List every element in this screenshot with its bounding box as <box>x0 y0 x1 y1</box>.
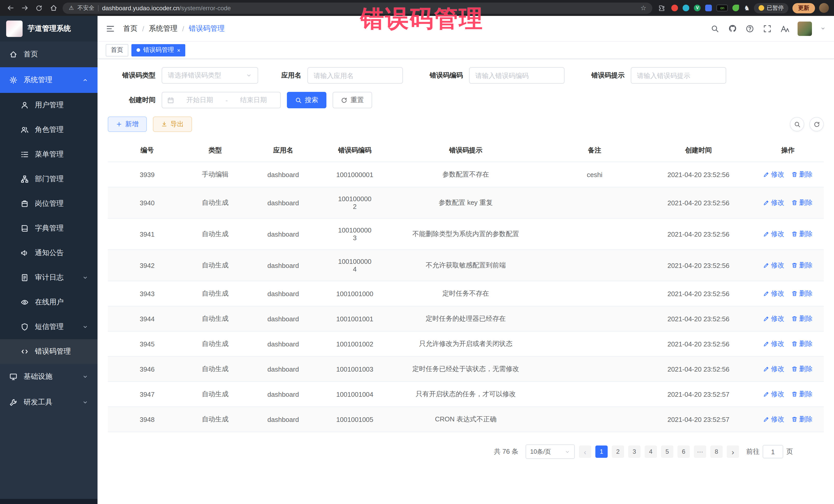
toggle-search-button[interactable] <box>790 117 804 131</box>
sidebar-item-online-users[interactable]: 在线用户 <box>0 290 97 314</box>
pager-page[interactable]: 3 <box>628 445 640 458</box>
date-range-picker[interactable]: 开始日期 - 结束日期 <box>162 92 281 108</box>
app-name-input[interactable] <box>307 67 403 84</box>
reset-button[interactable]: 重置 <box>333 92 372 108</box>
extension-leaf-icon[interactable] <box>733 5 739 11</box>
pager-page[interactable]: 8 <box>710 445 723 458</box>
bookmark-star-icon[interactable]: ☆ <box>640 4 646 12</box>
cell-hint: 只允许修改为开启或者关闭状态 <box>387 331 545 356</box>
pager-page[interactable]: 1 <box>595 445 608 458</box>
search-icon[interactable] <box>710 24 720 33</box>
edit-row-button[interactable]: 修改 <box>763 289 784 298</box>
browser-update-button[interactable]: 更新 <box>792 3 815 13</box>
sidebar-item-infrastructure[interactable]: 基础设施 <box>0 364 97 390</box>
error-type-select[interactable]: 请选择错误码类型 <box>162 67 258 84</box>
font-size-icon[interactable] <box>780 24 789 33</box>
close-icon[interactable]: × <box>177 47 180 53</box>
edit-row-button[interactable]: 修改 <box>763 229 784 239</box>
goto-page-input[interactable] <box>763 445 783 458</box>
hamburger-icon[interactable] <box>106 24 115 33</box>
tab-home[interactable]: 首页 <box>106 44 128 56</box>
edit-row-button[interactable]: 修改 <box>763 314 784 323</box>
browser-forward-icon[interactable] <box>20 3 30 13</box>
pager-page[interactable]: 2 <box>612 445 624 458</box>
page-size-select[interactable]: 10条/页 <box>526 444 575 459</box>
paused-badge[interactable]: 已暂停 <box>754 3 788 13</box>
sidebar-item-audit-log[interactable]: 审计日志 <box>0 265 97 290</box>
sidebar-item-home[interactable]: 首页 <box>0 42 97 67</box>
help-icon[interactable] <box>745 24 754 33</box>
pager-ellipsis[interactable]: ··· <box>694 445 706 458</box>
sidebar-item-system-management[interactable]: 系统管理 <box>0 67 97 93</box>
edit-row-button[interactable]: 修改 <box>763 415 784 424</box>
delete-row-button[interactable]: 删除 <box>791 365 812 374</box>
sidebar-item-label: 错误码管理 <box>35 347 71 356</box>
error-code-input[interactable] <box>469 67 565 84</box>
edit-label: 修改 <box>771 289 784 298</box>
sidebar-item-notice[interactable]: 通知公告 <box>0 241 97 265</box>
fullscreen-icon[interactable] <box>763 24 772 33</box>
pager-prev-button[interactable]: ‹ <box>579 445 591 458</box>
extension-red-icon[interactable] <box>672 5 678 11</box>
sidebar-item-error-code-management[interactable]: 错误码管理 <box>0 339 97 364</box>
pager-next-button[interactable]: › <box>727 445 739 458</box>
cell-code: 1001001003 <box>323 356 387 381</box>
extension-knight-icon[interactable]: ♞ <box>744 5 750 11</box>
pager-page[interactable]: 6 <box>678 445 690 458</box>
sidebar-item-menu-management[interactable]: 菜单管理 <box>0 142 97 167</box>
edit-row-button[interactable]: 修改 <box>763 390 784 399</box>
browser-back-icon[interactable] <box>5 3 15 13</box>
breadcrumb-system[interactable]: 系统管理 <box>149 24 178 33</box>
pager-page[interactable]: 4 <box>644 445 657 458</box>
add-button[interactable]: 新增 <box>108 116 147 132</box>
delete-row-button[interactable]: 删除 <box>791 261 812 270</box>
sidebar-item-dev-tools[interactable]: 研发工具 <box>0 390 97 415</box>
filter-row-1: 错误码类型 请选择错误码类型 应用名 错误码编码 <box>108 67 824 84</box>
edit-row-button[interactable]: 修改 <box>763 365 784 374</box>
edit-row-button[interactable]: 修改 <box>763 261 784 270</box>
sidebar-item-label: 用户管理 <box>35 101 64 110</box>
extension-green-icon[interactable]: V <box>694 5 701 11</box>
delete-row-button[interactable]: 删除 <box>791 170 812 179</box>
extensions-puzzle-icon[interactable] <box>657 3 667 13</box>
delete-row-button[interactable]: 删除 <box>791 229 812 239</box>
edit-row-button[interactable]: 修改 <box>763 198 784 207</box>
browser-home-icon[interactable] <box>48 3 59 13</box>
sidebar-item-dept-management[interactable]: 部门管理 <box>0 167 97 192</box>
search-button[interactable]: 搜索 <box>287 92 326 108</box>
cell-created: 2021-04-20 23:52:56 <box>644 187 752 218</box>
cell-code: 1001001000 <box>323 281 387 306</box>
github-icon[interactable] <box>728 24 737 33</box>
delete-row-button[interactable]: 删除 <box>791 339 812 349</box>
sidebar-item-role-management[interactable]: 角色管理 <box>0 117 97 142</box>
edit-row-button[interactable]: 修改 <box>763 339 784 349</box>
delete-row-button[interactable]: 删除 <box>791 415 812 424</box>
browser-profile-avatar[interactable] <box>819 3 829 13</box>
column-created: 创建时间 <box>644 139 752 162</box>
edit-row-button[interactable]: 修改 <box>763 170 784 179</box>
extension-teal-icon[interactable] <box>683 5 689 11</box>
pager-page[interactable]: 5 <box>661 445 673 458</box>
export-button[interactable]: 导出 <box>153 116 192 132</box>
extension-grid-icon[interactable] <box>705 5 712 11</box>
extension-on-icon[interactable]: on <box>717 5 728 11</box>
sidebar-item-sms-management[interactable]: 短信管理 <box>0 314 97 339</box>
sidebar-logo[interactable]: 芋道管理系统 <box>0 16 97 42</box>
tab-error-code[interactable]: 错误码管理 × <box>131 44 185 56</box>
sidebar-item-user-management[interactable]: 用户管理 <box>0 93 97 117</box>
browser-refresh-icon[interactable] <box>34 3 44 13</box>
sidebar-item-dict-management[interactable]: 字典管理 <box>0 216 97 241</box>
book-icon <box>21 224 29 233</box>
cell-remark <box>545 218 645 250</box>
sidebar-item-position-management[interactable]: 岗位管理 <box>0 192 97 216</box>
delete-row-button[interactable]: 删除 <box>791 390 812 399</box>
refresh-table-button[interactable] <box>809 117 824 131</box>
error-hint-input[interactable] <box>631 67 726 84</box>
avatar-caret-icon[interactable] <box>820 26 826 31</box>
delete-row-button[interactable]: 删除 <box>791 314 812 323</box>
delete-row-button[interactable]: 删除 <box>791 198 812 207</box>
user-avatar[interactable] <box>797 21 812 36</box>
breadcrumb-home[interactable]: 首页 <box>123 24 137 33</box>
delete-row-button[interactable]: 删除 <box>791 289 812 298</box>
address-bar[interactable]: ⚠ 不安全 dashboard.yudao.iocoder.cn/system/… <box>63 2 653 14</box>
